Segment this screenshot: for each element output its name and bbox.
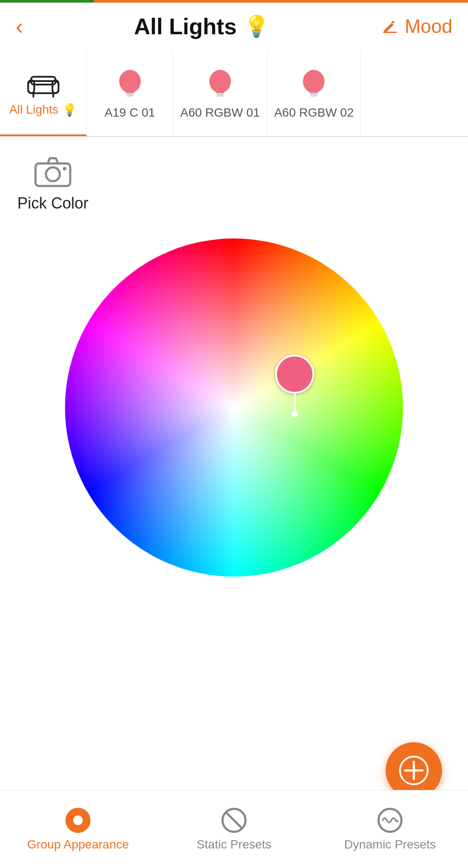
camera-icon (33, 154, 72, 189)
mood-label: Mood (405, 16, 452, 37)
title-emoji: 💡 (244, 14, 270, 39)
color-picker-stem (294, 394, 296, 411)
light-tabs: All Lights 💡 A19 C 01 (0, 50, 468, 137)
tab-all-lights-label: All Lights 💡 (9, 103, 77, 117)
nav-dynamic-presets[interactable]: Dynamic Presets (312, 807, 468, 852)
svg-point-19 (303, 70, 325, 93)
svg-rect-0 (383, 32, 397, 33)
svg-point-27 (63, 167, 66, 170)
tab-all-lights[interactable]: All Lights 💡 (0, 50, 87, 136)
bulb-icon-a60-01 (205, 67, 235, 101)
color-picker-handle[interactable] (275, 355, 314, 417)
pick-color-section: Pick Color (0, 137, 468, 221)
tab-a60rgbw01[interactable]: A60 RGBW 01 (173, 50, 267, 136)
color-picker-dot (292, 411, 298, 417)
tab-a60rgbw01-label: A60 RGBW 01 (180, 106, 260, 120)
tab-a19c01[interactable]: A19 C 01 (87, 50, 173, 136)
nav-group-appearance[interactable]: Group Appearance (0, 807, 156, 852)
svg-point-7 (119, 70, 141, 93)
static-presets-icon (221, 807, 247, 833)
svg-rect-14 (216, 91, 224, 93)
bulb-icon-a60-02 (299, 67, 329, 101)
tab-a19c01-label: A19 C 01 (104, 106, 155, 120)
svg-rect-8 (126, 91, 134, 93)
svg-rect-22 (310, 95, 317, 97)
nav-dynamic-presets-label: Dynamic Presets (344, 838, 436, 852)
tab-a60rgbw02-label: A60 RGBW 02 (274, 106, 354, 120)
tab-a60rgbw02[interactable]: A60 RGBW 02 (267, 50, 361, 136)
pick-color-button[interactable]: Pick Color (17, 154, 88, 212)
color-wheel-wrapper[interactable] (65, 238, 403, 577)
header-title: All Lights 💡 (134, 13, 270, 39)
title-text: All Lights (134, 13, 237, 39)
nav-static-presets-label: Static Presets (197, 838, 272, 852)
group-appearance-icon (65, 807, 91, 833)
mood-button[interactable]: Mood (380, 16, 452, 37)
svg-rect-1 (28, 81, 58, 93)
svg-point-26 (46, 167, 60, 181)
edit-icon (380, 17, 400, 36)
svg-rect-20 (310, 91, 318, 93)
svg-rect-15 (216, 93, 224, 95)
pick-color-label: Pick Color (17, 194, 88, 212)
back-button[interactable]: ‹ (16, 13, 23, 39)
bulb-icon-a19 (115, 67, 145, 101)
svg-rect-21 (310, 93, 318, 95)
color-wheel-section (0, 221, 468, 603)
color-wheel-overlay (65, 238, 403, 577)
dynamic-presets-icon (377, 807, 403, 833)
bottom-nav: Group Appearance Static Presets Dynamic … (0, 790, 468, 868)
color-wheel[interactable] (65, 238, 403, 577)
svg-rect-9 (126, 93, 134, 95)
svg-point-13 (209, 70, 231, 93)
fab-icon (399, 755, 429, 786)
header: ‹ All Lights 💡 Mood (0, 3, 468, 50)
nav-static-presets[interactable]: Static Presets (156, 807, 312, 852)
nav-group-appearance-label: Group Appearance (27, 838, 129, 852)
couch-icon (26, 68, 61, 98)
color-picker-circle (275, 355, 314, 394)
svg-rect-16 (217, 95, 224, 97)
svg-rect-10 (127, 95, 133, 97)
